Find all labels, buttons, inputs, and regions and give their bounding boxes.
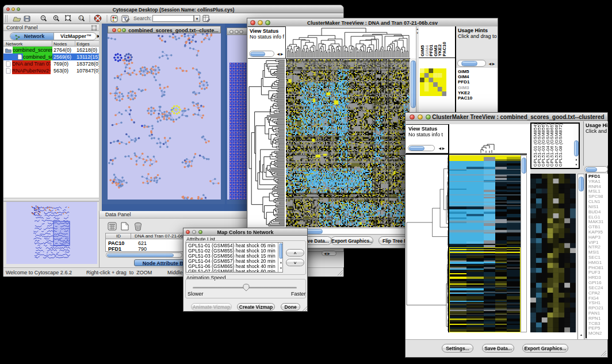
svg-text:GPL51-08 (GSM872): GPL51-08 (GSM872) — [558, 124, 563, 167]
svg-text:1:1: 1:1 — [80, 16, 84, 20]
svg-text:PAC10: PAC10 — [442, 41, 447, 56]
